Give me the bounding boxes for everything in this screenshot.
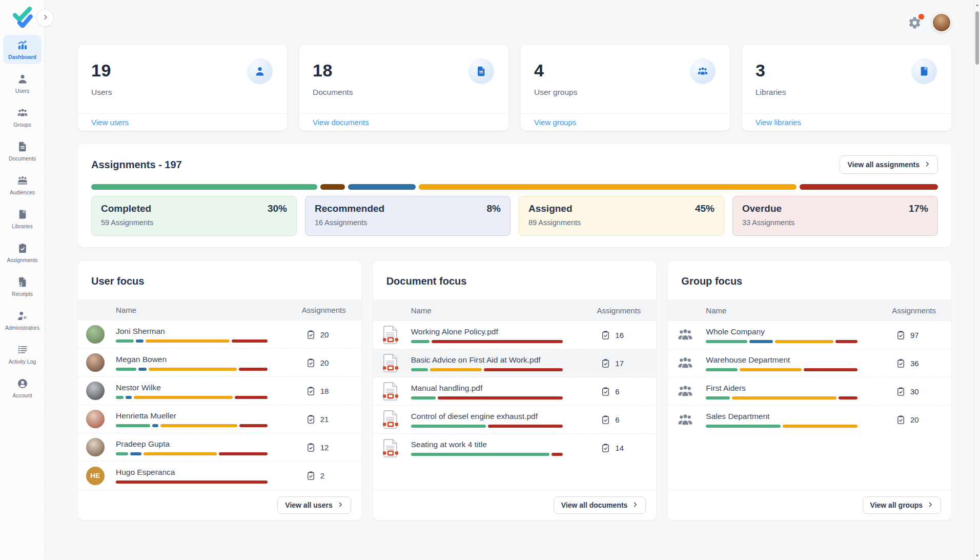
view-all-button-document-focus[interactable]: View all documents bbox=[554, 496, 646, 514]
pdf-icon bbox=[381, 410, 400, 429]
table-row[interactable]: Basic Advice on First Aid at Work.pdf17 bbox=[373, 349, 657, 377]
activity-log-icon bbox=[17, 344, 28, 355]
assignments-count-cell: 14 bbox=[601, 443, 656, 453]
vertical-scrollbar[interactable]: ▲ ▼ bbox=[974, 0, 980, 560]
row-name: Whole Company bbox=[706, 327, 896, 336]
column-header-name: Name bbox=[116, 306, 136, 314]
sidebar-item-groups[interactable]: Groups bbox=[3, 103, 42, 132]
summary-box-completed: Completed30%59 Assignments bbox=[91, 196, 297, 236]
gear-icon bbox=[908, 23, 922, 31]
progress-segment bbox=[706, 396, 730, 399]
view-users-link[interactable]: View users bbox=[91, 118, 129, 127]
table-row[interactable]: Nestor Wilke18 bbox=[78, 377, 361, 405]
dashboard-page: DashboardUsersGroupsDocumentsAudiencesLi… bbox=[0, 0, 980, 560]
sidebar-item-account[interactable]: Account bbox=[3, 373, 42, 403]
view-all-assignments-button[interactable]: View all assignments bbox=[840, 155, 938, 174]
assignments-count: 6 bbox=[615, 387, 619, 396]
assignments-count-cell: 20 bbox=[896, 415, 951, 425]
sidebar-item-receipts[interactable]: Receipts bbox=[3, 272, 42, 301]
clipboard-check-icon bbox=[306, 358, 316, 368]
scrollbar-down-arrow[interactable]: ▼ bbox=[974, 552, 980, 559]
row-progress-bar bbox=[706, 340, 858, 343]
table-row[interactable]: Sales Department20 bbox=[668, 406, 951, 434]
scrollbar-thumb[interactable] bbox=[975, 11, 979, 65]
table-row[interactable]: Working Alone Policy.pdf16 bbox=[373, 321, 657, 349]
progress-segment bbox=[419, 184, 797, 190]
table-row[interactable]: Pradeep Gupta12 bbox=[78, 433, 361, 462]
view-all-button-user-focus[interactable]: View all users bbox=[277, 496, 351, 514]
assignments-count-cell: 20 bbox=[306, 330, 361, 339]
panel-document-focus: Document focusNameAssignmentsWorking Alo… bbox=[373, 261, 657, 520]
table-row[interactable]: Control of diesel engine exhaust.pdf6 bbox=[373, 406, 657, 434]
table-row[interactable]: Joni Sherman20 bbox=[78, 321, 361, 349]
assignments-count-cell: 97 bbox=[896, 330, 951, 340]
table-row[interactable]: HEHugo Esperanca2 bbox=[78, 462, 361, 490]
view-groups-link[interactable]: View groups bbox=[534, 118, 576, 127]
table-row[interactable]: Henrietta Mueller21 bbox=[78, 405, 361, 433]
table-row[interactable]: First Aiders30 bbox=[668, 377, 951, 406]
assignments-count-cell: 12 bbox=[306, 443, 361, 452]
dashboard-icon bbox=[17, 39, 28, 51]
table-row[interactable]: Megan Bowen20 bbox=[78, 349, 361, 377]
row-name: Seating at work 4 title bbox=[411, 440, 601, 449]
stat-label: Users bbox=[91, 88, 274, 97]
row-name: Working Alone Policy.pdf bbox=[411, 327, 601, 336]
scrollbar-up-arrow[interactable]: ▲ bbox=[974, 1, 980, 8]
table-row[interactable]: Warehouse Department36 bbox=[668, 349, 951, 377]
panel-group-focus: Group focusNameAssignmentsWhole Company9… bbox=[668, 261, 951, 520]
summary-count: 33 Assignments bbox=[742, 218, 928, 227]
progress-segment bbox=[488, 425, 563, 428]
sidebar-collapse-button[interactable] bbox=[36, 9, 54, 27]
sidebar-item-users[interactable]: Users bbox=[3, 69, 42, 98]
view-documents-link[interactable]: View documents bbox=[313, 118, 369, 127]
panel-title: Group focus bbox=[668, 261, 951, 299]
progress-segment bbox=[232, 339, 268, 343]
row-progress-bar bbox=[706, 368, 858, 371]
view-all-label: View all documents bbox=[561, 501, 628, 509]
sidebar-item-dashboard[interactable]: Dashboard bbox=[3, 35, 42, 64]
view-all-button-group-focus[interactable]: View all groups bbox=[863, 496, 941, 514]
view-libraries-link[interactable]: View libraries bbox=[756, 118, 801, 127]
notification-dot bbox=[918, 14, 924, 19]
progress-segment bbox=[116, 452, 128, 455]
avatar bbox=[86, 325, 105, 344]
row-progress-bar bbox=[411, 453, 563, 456]
sidebar-item-label: Users bbox=[15, 88, 29, 94]
stat-card-footer: View users bbox=[78, 113, 287, 131]
sidebar-item-activity-log[interactable]: Activity Log bbox=[3, 339, 42, 369]
assignments-count-cell: 6 bbox=[601, 387, 656, 396]
assignments-title: Assignments - 197 bbox=[91, 159, 182, 171]
progress-segment bbox=[136, 339, 144, 343]
chevron-right-icon bbox=[927, 501, 933, 509]
profile-avatar[interactable] bbox=[932, 13, 951, 32]
progress-segment bbox=[138, 368, 146, 371]
document-icon bbox=[17, 141, 28, 152]
stat-card-footer: View groups bbox=[521, 113, 730, 131]
table-row[interactable]: Whole Company97 bbox=[668, 321, 951, 349]
assignments-count-cell: 36 bbox=[896, 358, 951, 368]
summary-box-overdue: Overdue17%33 Assignments bbox=[732, 196, 938, 236]
progress-segment bbox=[146, 339, 230, 343]
clipboard-check-icon bbox=[601, 330, 610, 340]
chevron-right-icon bbox=[42, 14, 49, 22]
settings-button[interactable] bbox=[908, 16, 922, 30]
assignments-count: 36 bbox=[910, 359, 919, 368]
sidebar-item-administrators[interactable]: Administrators bbox=[3, 306, 42, 335]
progress-segment bbox=[800, 184, 938, 190]
progress-segment bbox=[411, 340, 430, 343]
row-progress-bar bbox=[411, 425, 563, 428]
chevron-right-icon bbox=[632, 501, 638, 509]
progress-segment bbox=[219, 452, 268, 455]
app-logo[interactable] bbox=[11, 6, 34, 28]
row-name: Pradeep Gupta bbox=[116, 439, 306, 449]
sidebar-item-documents[interactable]: Documents bbox=[3, 136, 42, 166]
sidebar-item-audiences[interactable]: Audiences bbox=[3, 170, 42, 199]
chevron-right-icon bbox=[924, 161, 930, 169]
sidebar-item-libraries[interactable]: Libraries bbox=[3, 204, 42, 233]
sidebar-item-assignments[interactable]: Assignments bbox=[3, 238, 42, 267]
table-row[interactable]: Manual handling.pdf6 bbox=[373, 377, 657, 406]
column-header-name: Name bbox=[706, 306, 726, 315]
row-name: Manual handling.pdf bbox=[411, 384, 601, 393]
table-row[interactable]: Seating at work 4 title14 bbox=[373, 434, 657, 462]
assignments-count-cell: 30 bbox=[896, 387, 951, 396]
